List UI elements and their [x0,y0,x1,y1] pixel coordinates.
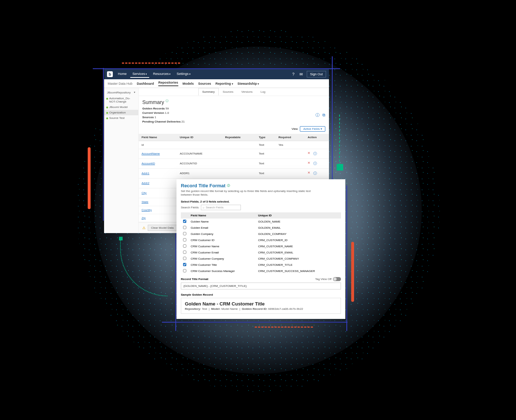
cell-type: Text [256,168,275,178]
table-row: Golden CompanyGOLDEN_COMPANY [181,231,341,237]
subnav-dashboard[interactable]: Dashboard [137,82,154,85]
sidebar-item[interactable]: Source Test [104,115,138,121]
cell-field-name[interactable]: State [139,198,177,206]
cell-uid: GOLDEN_EMAIL [256,225,341,231]
cell-field-name: CRM Customer Name [188,243,256,249]
record-title-format-panel: Record Title Format ⓘ Set the golden rec… [176,179,345,319]
subnav-sources[interactable]: Sources [198,82,211,85]
tab-versions[interactable]: Versions [237,88,257,96]
cell-action: ✕ⓘ [305,149,329,159]
mail-alert-icon[interactable]: ✉ [299,72,304,77]
tag-view-toggle[interactable] [333,277,341,281]
meta-value: 1.0 [165,111,169,115]
view-dropdown[interactable]: Active Fields [300,126,325,132]
cell-action: ✕ⓘ [305,159,329,168]
table-row: AccountNameACCOUNTNAMEText✕ⓘ [139,149,329,159]
field-checkbox[interactable] [183,244,186,248]
cell-uid: CRM_CUSTOMER_ID [256,237,341,243]
sample-subtitle: Repository: Test | Model: Model Name | G… [185,307,337,311]
sidebar-item[interactable]: Organization [104,110,138,115]
field-checkbox[interactable] [183,238,186,241]
rtf-fields-table: Field Name Unique ID Golden NameGOLDEN_N… [181,212,341,274]
rtf-format-input[interactable]: {GOLDEN_NAME} - {CRM_CUSTOMER_TITLE} [181,283,341,289]
clear-model-button[interactable]: Clear Model Data [148,225,177,231]
accent-square [337,164,343,171]
delete-icon[interactable]: ✕ [307,171,310,176]
cell-field-name[interactable]: Zip [139,214,177,222]
cell-field-name[interactable]: Addr1 [139,168,177,178]
tabs: Summary Sources Versions Log [139,88,329,96]
cell-uid: GOLDEN_COMPANY [256,231,341,237]
field-checkbox[interactable] [183,232,186,235]
field-checkbox[interactable] [183,251,186,254]
nav-services[interactable]: Services [130,71,149,78]
search-input[interactable]: ⌕ Search Fields [201,205,241,210]
cell-type: Text [256,159,275,168]
cell-required [275,159,305,168]
rtf-select-header: Select Fields. 2 of 3 fields selected. [181,200,341,203]
subnav: Master Data Hub Dashboard Repositories M… [104,79,329,88]
cell-field-name[interactable]: AccountName [139,149,177,159]
copy-icon[interactable]: ⧉ [322,112,325,118]
field-checkbox[interactable] [183,226,186,229]
cell-required [275,168,305,178]
cell-field-name[interactable]: Addr2 [139,178,177,188]
topbar: b Home Services Resources Settings ? ✉ S… [104,69,329,79]
sample-val: 68963dc7-ca06-4b7b-9b22 [268,307,303,311]
subnav-stewardship[interactable]: Stewardship [238,82,259,85]
table-row: Golden NameGOLDEN_NAME [181,219,341,225]
cell-repeatable [222,149,256,159]
cell-uid: CRM_CUSTOMER_NAME [256,243,341,249]
field-checkbox[interactable] [183,263,186,266]
cell-uid: CRM_CUSTOMER_EMAIL [256,249,341,256]
info-icon[interactable]: ⓘ [227,184,230,188]
cell-field-name: CRM Customer Success Manager [188,268,256,274]
tab-summary[interactable]: Summary [198,88,219,96]
info-icon[interactable]: ⓘ [313,161,317,166]
tab-log[interactable]: Log [257,88,269,96]
cell-action: ✕ⓘ [305,168,329,178]
accent-line [103,68,104,221]
sidebar-item[interactable]: Automation_Do-NOT-Change [104,96,138,104]
delete-icon[interactable]: ✕ [307,161,310,166]
signout-button[interactable]: Sign Out [307,71,326,77]
info-icon[interactable]: ⓘ [313,171,317,176]
nav-home[interactable]: Home [116,71,129,78]
sidebar-repo-dropdown[interactable]: JBoomiRepository [104,89,138,96]
field-checkbox[interactable] [183,269,186,272]
field-checkbox[interactable] [183,220,186,223]
cell-field-name: Golden Email [188,225,256,231]
table-row: CRM Customer CompanyCRM_CUSTOMER_COMPANY [181,256,341,262]
help-icon[interactable]: ? [291,72,296,77]
rtf-heading-text: Record Title Format [181,183,226,188]
cell-field-name[interactable]: City [139,188,177,198]
cell-field-name[interactable]: Country [139,206,177,214]
subnav-repositories[interactable]: Repositories [158,81,178,86]
cell-repeatable [222,159,256,168]
rtf-search-row: Search Fields ⌕ Search Fields [181,205,341,210]
info-icon[interactable]: ⓘ [166,99,168,103]
subnav-reporting[interactable]: Reporting [215,82,233,85]
sidebar-item[interactable]: JBoomi Model [104,104,138,110]
summary-meta: Golden Records 59 Current Version 1.0 So… [139,107,329,126]
info-icon[interactable]: ⓘ [315,112,319,118]
delete-icon[interactable]: ✕ [307,151,310,156]
nav-settings[interactable]: Settings [174,71,192,78]
search-icon: ⌕ [203,206,205,209]
col-field-name: Field Name [139,134,177,141]
subnav-models[interactable]: Models [183,82,194,85]
nav-resources[interactable]: Resources [151,71,173,78]
meta-label: Pending Channel Deliveries [142,120,180,123]
rtf-format-label: Record Title Format [181,277,208,281]
table-row: CRM Customer NameCRM_CUSTOMER_NAME [181,243,341,249]
logo-icon: b [107,71,113,77]
info-icon[interactable]: ⓘ [313,151,317,156]
cell-field-name[interactable]: AccountID [139,159,177,168]
cell-field-name: CRM Customer Title [188,262,256,268]
field-checkbox[interactable] [183,257,186,260]
page-title: Summary ⓘ [139,96,329,107]
tab-sources[interactable]: Sources [219,88,237,96]
accent-dash [339,115,340,169]
meta-value: 1 [155,116,156,119]
table-row: CRM Customer Success ManagerCRM_CUSTOMER… [181,268,341,274]
